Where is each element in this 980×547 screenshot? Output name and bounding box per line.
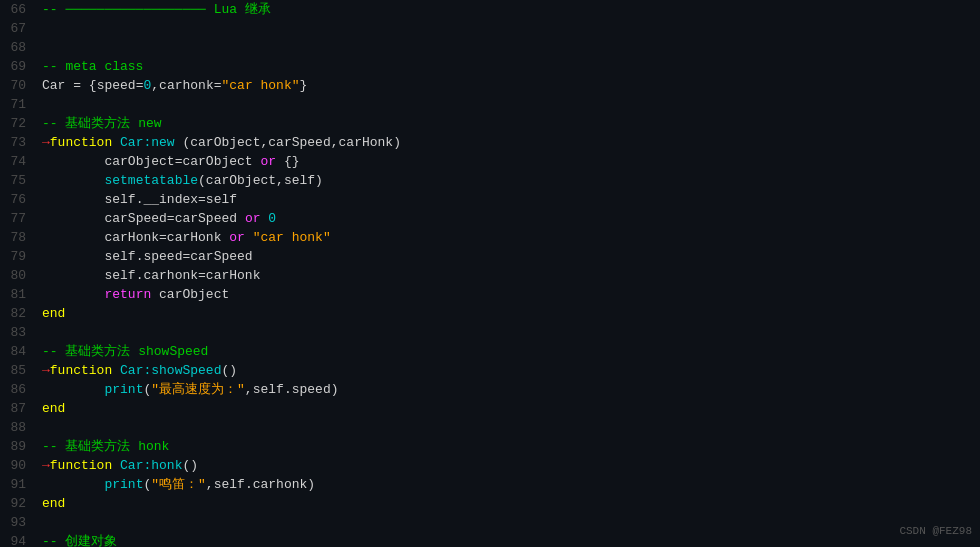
line-content: print("最高速度为：",self.speed) bbox=[38, 380, 980, 399]
line-number: 91 bbox=[0, 475, 38, 494]
table-row: 86 print("最高速度为：",self.speed) bbox=[0, 380, 980, 399]
line-content: Car = {speed=0,carhonk="car honk"} bbox=[38, 76, 980, 95]
table-row: 82end bbox=[0, 304, 980, 323]
line-number: 67 bbox=[0, 19, 38, 38]
line-number: 88 bbox=[0, 418, 38, 437]
table-row: 94-- 创建对象 bbox=[0, 532, 980, 547]
line-number: 73 bbox=[0, 133, 38, 152]
line-content bbox=[38, 38, 980, 57]
line-content: carHonk=carHonk or "car honk" bbox=[38, 228, 980, 247]
table-row: 81 return carObject bbox=[0, 285, 980, 304]
line-number: 74 bbox=[0, 152, 38, 171]
line-content: print("鸣笛：",self.carhonk) bbox=[38, 475, 980, 494]
line-content: carObject=carObject or {} bbox=[38, 152, 980, 171]
line-number: 89 bbox=[0, 437, 38, 456]
line-number: 90 bbox=[0, 456, 38, 475]
line-number: 76 bbox=[0, 190, 38, 209]
table-row: 67 bbox=[0, 19, 980, 38]
line-content: -- 创建对象 bbox=[38, 532, 980, 547]
table-row: 88 bbox=[0, 418, 980, 437]
line-content: -- ────────────────── Lua 继承 bbox=[38, 0, 980, 19]
line-content: →function Car:honk() bbox=[38, 456, 980, 475]
table-row: 87end bbox=[0, 399, 980, 418]
table-row: 79 self.speed=carSpeed bbox=[0, 247, 980, 266]
line-content: -- 基础类方法 showSpeed bbox=[38, 342, 980, 361]
line-number: 94 bbox=[0, 532, 38, 547]
table-row: 77 carSpeed=carSpeed or 0 bbox=[0, 209, 980, 228]
code-table: 66-- ────────────────── Lua 继承67 68 69--… bbox=[0, 0, 980, 547]
table-row: 75 setmetatable(carObject,self) bbox=[0, 171, 980, 190]
line-number: 77 bbox=[0, 209, 38, 228]
table-row: 89-- 基础类方法 honk bbox=[0, 437, 980, 456]
line-content bbox=[38, 95, 980, 114]
line-number: 75 bbox=[0, 171, 38, 190]
line-content bbox=[38, 418, 980, 437]
line-content: self.__index=self bbox=[38, 190, 980, 209]
table-row: 91 print("鸣笛：",self.carhonk) bbox=[0, 475, 980, 494]
table-row: 80 self.carhonk=carHonk bbox=[0, 266, 980, 285]
line-number: 79 bbox=[0, 247, 38, 266]
line-content: self.speed=carSpeed bbox=[38, 247, 980, 266]
line-content: end bbox=[38, 304, 980, 323]
table-row: 78 carHonk=carHonk or "car honk" bbox=[0, 228, 980, 247]
line-number: 68 bbox=[0, 38, 38, 57]
line-content: →function Car:showSpeed() bbox=[38, 361, 980, 380]
table-row: 69-- meta class bbox=[0, 57, 980, 76]
table-row: 68 bbox=[0, 38, 980, 57]
table-row: 66-- ────────────────── Lua 继承 bbox=[0, 0, 980, 19]
code-editor: 66-- ────────────────── Lua 继承67 68 69--… bbox=[0, 0, 980, 547]
line-content: return carObject bbox=[38, 285, 980, 304]
line-number: 87 bbox=[0, 399, 38, 418]
fold-arrow[interactable]: → bbox=[42, 135, 50, 150]
line-number: 69 bbox=[0, 57, 38, 76]
fold-arrow[interactable]: → bbox=[42, 458, 50, 473]
line-number: 72 bbox=[0, 114, 38, 133]
table-row: 70Car = {speed=0,carhonk="car honk"} bbox=[0, 76, 980, 95]
line-number: 93 bbox=[0, 513, 38, 532]
line-number: 82 bbox=[0, 304, 38, 323]
line-number: 92 bbox=[0, 494, 38, 513]
line-number: 66 bbox=[0, 0, 38, 19]
table-row: 85→function Car:showSpeed() bbox=[0, 361, 980, 380]
line-number: 81 bbox=[0, 285, 38, 304]
fold-arrow[interactable]: → bbox=[42, 363, 50, 378]
line-content: carSpeed=carSpeed or 0 bbox=[38, 209, 980, 228]
watermark: CSDN @FEZ98 bbox=[899, 522, 972, 541]
table-row: 93 bbox=[0, 513, 980, 532]
table-row: 73→function Car:new (carObject,carSpeed,… bbox=[0, 133, 980, 152]
line-number: 84 bbox=[0, 342, 38, 361]
line-number: 85 bbox=[0, 361, 38, 380]
line-content: self.carhonk=carHonk bbox=[38, 266, 980, 285]
line-content: setmetatable(carObject,self) bbox=[38, 171, 980, 190]
table-row: 74 carObject=carObject or {} bbox=[0, 152, 980, 171]
line-content bbox=[38, 513, 980, 532]
line-number: 86 bbox=[0, 380, 38, 399]
table-row: 76 self.__index=self bbox=[0, 190, 980, 209]
line-content bbox=[38, 19, 980, 38]
line-number: 70 bbox=[0, 76, 38, 95]
table-row: 83 bbox=[0, 323, 980, 342]
line-content: -- 基础类方法 honk bbox=[38, 437, 980, 456]
line-content: end bbox=[38, 494, 980, 513]
table-row: 90→function Car:honk() bbox=[0, 456, 980, 475]
line-content: -- 基础类方法 new bbox=[38, 114, 980, 133]
table-row: 84-- 基础类方法 showSpeed bbox=[0, 342, 980, 361]
table-row: 71 bbox=[0, 95, 980, 114]
line-number: 71 bbox=[0, 95, 38, 114]
line-number: 78 bbox=[0, 228, 38, 247]
line-number: 83 bbox=[0, 323, 38, 342]
line-content: end bbox=[38, 399, 980, 418]
table-row: 92end bbox=[0, 494, 980, 513]
line-content bbox=[38, 323, 980, 342]
line-number: 80 bbox=[0, 266, 38, 285]
line-content: →function Car:new (carObject,carSpeed,ca… bbox=[38, 133, 980, 152]
table-row: 72-- 基础类方法 new bbox=[0, 114, 980, 133]
line-content: -- meta class bbox=[38, 57, 980, 76]
